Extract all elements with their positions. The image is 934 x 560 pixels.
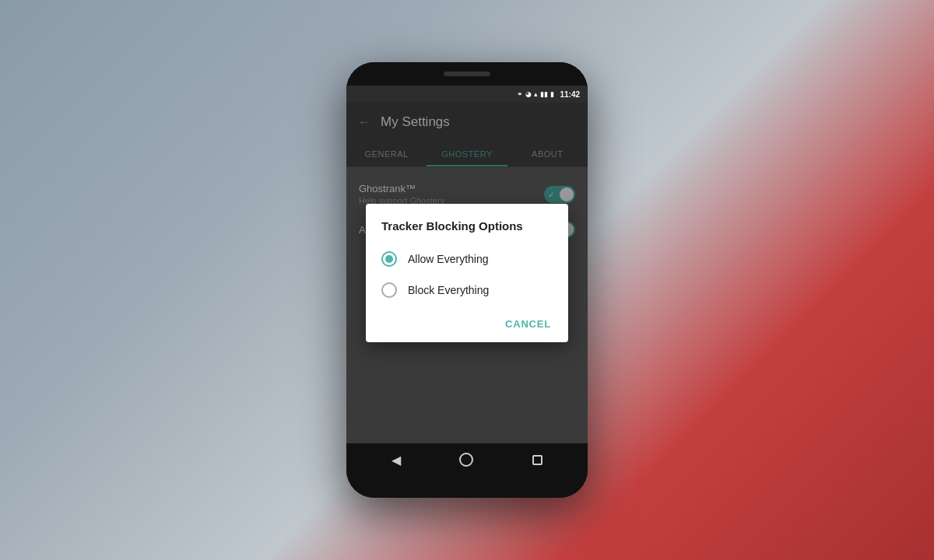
nav-back-icon: ◀ (392, 453, 401, 467)
radio-inner-selected (385, 255, 393, 263)
nav-home-icon (459, 453, 473, 467)
dialog: Tracker Blocking Options Allow Everythin… (366, 204, 568, 342)
status-time: 11:42 (560, 90, 580, 99)
phone-speaker (444, 72, 490, 76)
nav-back-button[interactable]: ◀ (392, 453, 401, 467)
nav-home-button[interactable] (459, 453, 473, 467)
block-everything-option[interactable]: Block Everything (366, 275, 568, 306)
dialog-actions: CANCEL (366, 306, 568, 342)
wifi-icon: ▴ (534, 90, 538, 98)
dialog-title: Tracker Blocking Options (366, 219, 568, 243)
nav-recent-icon (532, 455, 542, 465)
phone-bottom (346, 476, 588, 498)
bluetooth-icon: ⚭ (517, 90, 523, 98)
allow-everything-label: Allow Everything (408, 253, 489, 265)
allow-everything-radio[interactable] (381, 251, 397, 267)
status-bar: ⚭ ◕ ▴ ▮▮ ▮ 11:42 (346, 86, 588, 103)
modal-overlay: Tracker Blocking Options Allow Everythin… (346, 103, 588, 443)
battery-icon: ▮ (550, 90, 554, 98)
allow-everything-option[interactable]: Allow Everything (366, 243, 568, 275)
screen: ← My Settings GENERAL GHOSTERY ABOUT Gho… (346, 103, 588, 443)
phone-nav-bar: ◀ (346, 443, 588, 476)
phone-top (346, 62, 588, 86)
nfc-icon: ◕ (525, 90, 532, 98)
signal-icon: ▮▮ (540, 90, 548, 98)
nav-recent-button[interactable] (532, 455, 542, 465)
block-everything-label: Block Everything (408, 284, 489, 296)
cancel-button[interactable]: CANCEL (497, 312, 559, 336)
scene: ⚭ ◕ ▴ ▮▮ ▮ 11:42 ← My Settings GENERAL G… (0, 0, 934, 560)
status-icons: ⚭ ◕ ▴ ▮▮ ▮ 11:42 (517, 90, 580, 99)
phone-frame: ⚭ ◕ ▴ ▮▮ ▮ 11:42 ← My Settings GENERAL G… (346, 62, 588, 498)
block-everything-radio[interactable] (381, 282, 397, 298)
